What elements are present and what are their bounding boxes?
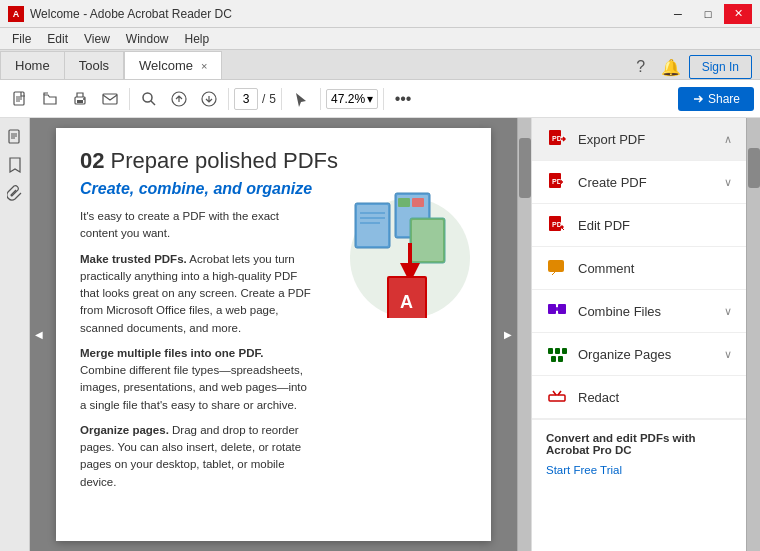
app-icon: A [8,6,24,22]
svg-rect-24 [412,198,424,207]
edit-pdf-label: Edit PDF [578,218,722,233]
svg-rect-38 [548,260,564,272]
pdf-section1-title: Make trusted PDFs. [80,253,187,265]
svg-text:PDF: PDF [552,221,567,228]
close-button[interactable]: ✕ [724,4,752,24]
sidebar-attachments-icon[interactable] [4,182,26,204]
email-button[interactable] [96,85,124,113]
svg-rect-7 [103,94,117,104]
right-scrollbar-thumb[interactable] [748,148,760,188]
separator-4 [320,88,321,110]
title-bar: A Welcome - Adobe Acrobat Reader DC ─ □ … [0,0,760,28]
pdf-page: 02 Prepare polished PDFs Create, combine… [56,128,491,541]
pdf-viewer-container: ◀ 02 Prepare polished PDFs Create, combi… [30,118,531,551]
panel-item-edit-pdf[interactable]: PDF Edit PDF [532,204,746,247]
pdf-heading-text: Prepare polished PDFs [111,148,338,173]
panel-item-create-pdf[interactable]: PDF Create PDF ∨ [532,161,746,204]
help-icon[interactable]: ? [629,55,653,79]
combine-files-label: Combine Files [578,304,714,319]
combine-files-chevron: ∨ [724,305,732,318]
pdf-illustration: A [345,188,475,318]
svg-rect-44 [551,356,556,362]
panel-footer-link[interactable]: Start Free Trial [546,464,622,476]
minimize-button[interactable]: ─ [664,4,692,24]
zoom-value: 47.2% [331,92,365,106]
svg-rect-5 [77,100,83,103]
comment-icon [546,257,568,279]
redact-label: Redact [578,390,722,405]
toolbar: 3 / 5 47.2% ▾ ••• Share [0,80,760,118]
menu-file[interactable]: File [4,30,39,48]
notification-icon[interactable]: 🔔 [659,55,683,79]
organize-pages-icon [546,343,568,365]
svg-rect-23 [398,198,410,207]
svg-rect-26 [412,220,443,261]
pdf-section3: Organize pages. Drag and drop to reorder… [80,422,312,491]
new-file-button[interactable] [6,85,34,113]
tab-home-label: Home [15,58,50,73]
create-pdf-icon: PDF [546,171,568,193]
svg-rect-42 [555,348,560,354]
panel-item-combine-files[interactable]: Combine Files ∨ [532,290,746,333]
right-panel: PDF Export PDF ∧ PDF Create PDF ∨ PDF Ed… [531,118,746,551]
export-pdf-icon: PDF [546,128,568,150]
tab-welcome-label: Welcome [139,58,193,73]
export-pdf-label: Export PDF [578,132,714,147]
tab-welcome[interactable]: Welcome × [124,51,222,79]
open-file-button[interactable] [36,85,64,113]
menu-view[interactable]: View [76,30,118,48]
scrollbar-thumb[interactable] [519,138,531,198]
menu-window[interactable]: Window [118,30,177,48]
zoom-control[interactable]: 47.2% ▾ [326,89,378,109]
sign-in-button[interactable]: Sign In [689,55,752,79]
menu-edit[interactable]: Edit [39,30,76,48]
separator-5 [383,88,384,110]
maximize-button[interactable]: □ [694,4,722,24]
svg-point-6 [83,98,85,100]
redact-icon [546,386,568,408]
pdf-heading-num: 02 [80,148,104,173]
menu-help[interactable]: Help [177,30,218,48]
svg-rect-17 [357,205,388,246]
svg-rect-46 [549,395,565,401]
print-button[interactable] [66,85,94,113]
pdf-section3-title: Organize pages. [80,424,169,436]
svg-line-9 [151,101,155,105]
create-pdf-chevron: ∨ [724,176,732,189]
export-pdf-chevron: ∧ [724,133,732,146]
cursor-tool-button[interactable] [287,85,315,113]
tab-tools[interactable]: Tools [65,51,124,79]
panel-item-export-pdf[interactable]: PDF Export PDF ∧ [532,118,746,161]
right-panel-scrollbar[interactable] [746,118,760,551]
more-options-button[interactable]: ••• [389,85,417,113]
upload-button[interactable] [165,85,193,113]
separator-1 [129,88,130,110]
svg-rect-41 [548,348,553,354]
pdf-section1: Make trusted PDFs. Acrobat lets you turn… [80,251,312,337]
separator-2 [228,88,229,110]
organize-pages-label: Organize Pages [578,347,714,362]
sidebar-bookmarks-icon[interactable] [4,154,26,176]
create-pdf-label: Create PDF [578,175,714,190]
tab-bar: Home Tools Welcome × ? 🔔 Sign In [0,50,760,80]
search-button[interactable] [135,85,163,113]
separator-3 [281,88,282,110]
page-sep: / [262,92,265,106]
main-area: ◀ 02 Prepare polished PDFs Create, combi… [0,118,760,551]
page-number-input[interactable]: 3 [234,88,258,110]
panel-item-redact[interactable]: Redact [532,376,746,419]
panel-footer: Convert and edit PDFs with Acrobat Pro D… [532,419,746,489]
scroll-left-arrow[interactable]: ◀ [30,118,48,551]
download-button[interactable] [195,85,223,113]
panel-item-comment[interactable]: Comment [532,247,746,290]
tab-tools-label: Tools [79,58,109,73]
scroll-right-arrow[interactable]: ▶ [499,118,517,551]
panel-item-organize-pages[interactable]: Organize Pages ∨ [532,333,746,376]
tab-close-button[interactable]: × [201,60,207,72]
sidebar-pages-icon[interactable] [4,126,26,148]
tab-home[interactable]: Home [0,51,65,79]
share-button[interactable]: Share [678,87,754,111]
vertical-scrollbar[interactable] [517,118,531,551]
edit-pdf-icon: PDF [546,214,568,236]
panel-footer-text: Convert and edit PDFs with Acrobat Pro D… [546,432,732,456]
